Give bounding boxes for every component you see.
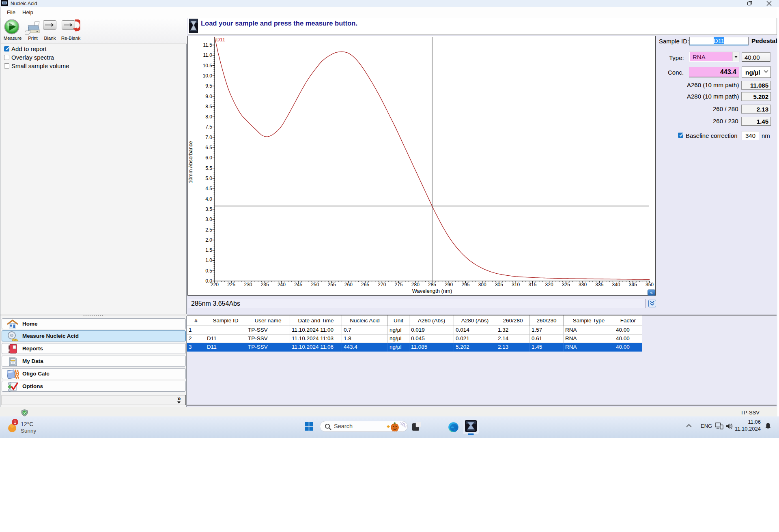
- svg-text:D11: D11: [216, 37, 225, 43]
- svg-text:11.0: 11.0: [203, 52, 213, 58]
- svg-text:10.5: 10.5: [203, 63, 213, 69]
- svg-text:9.5: 9.5: [205, 83, 212, 89]
- svg-text:9.0: 9.0: [205, 94, 212, 99]
- svg-text:1.0: 1.0: [205, 257, 212, 263]
- svg-text:1: 1: [14, 420, 16, 425]
- svg-text:6.5: 6.5: [205, 145, 212, 150]
- svg-text:4.0: 4.0: [205, 196, 212, 202]
- svg-text:10.0: 10.0: [203, 73, 213, 79]
- svg-text:7.0: 7.0: [205, 135, 212, 140]
- svg-text:6.0: 6.0: [205, 155, 212, 161]
- svg-text:2.0: 2.0: [205, 237, 212, 243]
- svg-text:Wavelength (nm): Wavelength (nm): [412, 288, 452, 294]
- svg-text:5.0: 5.0: [205, 176, 212, 181]
- svg-text:7.5: 7.5: [205, 124, 212, 130]
- svg-text:3.0: 3.0: [205, 217, 212, 222]
- svg-text:2.5: 2.5: [205, 227, 212, 233]
- svg-text:10mm Absorbance: 10mm Absorbance: [188, 141, 194, 183]
- svg-text:3.5: 3.5: [205, 206, 212, 212]
- svg-text:11.5: 11.5: [203, 42, 213, 48]
- svg-text:1.5: 1.5: [205, 247, 212, 253]
- svg-text:5.5: 5.5: [205, 165, 212, 171]
- svg-text:0.5: 0.5: [205, 268, 212, 274]
- svg-text:8.0: 8.0: [205, 114, 212, 120]
- svg-text:8.5: 8.5: [205, 104, 212, 109]
- svg-text:4.5: 4.5: [205, 186, 212, 191]
